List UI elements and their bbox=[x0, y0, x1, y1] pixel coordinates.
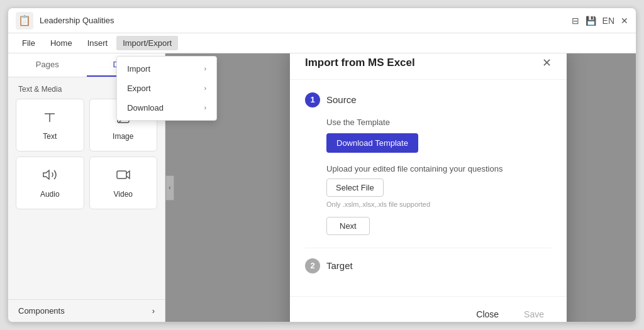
modal-body: 1 Source Use the Template Download Templ… bbox=[290, 80, 567, 296]
section1-content: Use the Template Download Template Uploa… bbox=[305, 118, 552, 235]
canvas-area: ‹ ↖ Import from MS Excel ✕ 1 Source bbox=[165, 53, 636, 322]
save-button: Save bbox=[516, 305, 552, 322]
window-min-button[interactable]: ⊟ bbox=[572, 16, 579, 26]
dropdown-download[interactable]: Download › bbox=[117, 98, 216, 118]
video-icon bbox=[116, 167, 131, 186]
image-label: Image bbox=[113, 132, 133, 141]
modal-header: Import from MS Excel ✕ bbox=[290, 53, 567, 80]
download-arrow-icon: › bbox=[204, 104, 206, 111]
text-label: Text bbox=[43, 132, 57, 141]
text-icon bbox=[42, 109, 57, 128]
section1-label: Source bbox=[326, 94, 357, 105]
export-arrow-icon: › bbox=[204, 85, 206, 92]
use-template-label: Use the Template bbox=[326, 118, 552, 127]
tab-pages[interactable]: Pages bbox=[8, 53, 87, 77]
app-window: 📋 Leadership Qualities ⊟ 💾 EN ✕ File Hom… bbox=[8, 8, 636, 322]
download-template-button[interactable]: Download Template bbox=[326, 133, 418, 153]
audio-label: Audio bbox=[40, 190, 60, 199]
menu-home[interactable]: Home bbox=[44, 36, 79, 50]
next-button[interactable]: Next bbox=[326, 217, 370, 235]
app-title: Leadership Qualities bbox=[40, 16, 572, 25]
modal-footer: Close Save bbox=[290, 296, 567, 322]
upload-label: Upload your edited file containing your … bbox=[326, 164, 552, 173]
import-excel-modal: Import from MS Excel ✕ 1 Source Use the … bbox=[290, 53, 567, 322]
title-bar: 📋 Leadership Qualities ⊟ 💾 EN ✕ bbox=[8, 8, 636, 33]
close-button[interactable]: Close bbox=[469, 305, 506, 322]
sidebar-item-text[interactable]: Text bbox=[16, 99, 84, 151]
sidebar-item-audio[interactable]: Audio bbox=[16, 157, 84, 209]
modal-close-button[interactable]: ✕ bbox=[542, 57, 552, 69]
sidebar-item-video[interactable]: Video bbox=[89, 157, 158, 209]
components-item[interactable]: Components › bbox=[8, 299, 165, 322]
section1-header: 1 Source bbox=[305, 92, 552, 107]
section2-header: 2 Target bbox=[305, 258, 552, 273]
modal-title: Import from MS Excel bbox=[305, 57, 415, 69]
language-selector[interactable]: EN bbox=[602, 16, 614, 26]
dropdown-import[interactable]: Import › bbox=[117, 59, 216, 79]
svg-marker-4 bbox=[43, 170, 49, 179]
window-save-button[interactable]: 💾 bbox=[586, 16, 596, 26]
svg-rect-5 bbox=[117, 171, 126, 179]
select-file-button[interactable]: Select File bbox=[326, 179, 384, 197]
section2-label: Target bbox=[326, 260, 353, 271]
section2-number: 2 bbox=[305, 258, 320, 273]
import-arrow-icon: › bbox=[204, 65, 206, 72]
import-export-dropdown: Import › Export › Download › bbox=[116, 56, 217, 121]
menu-file[interactable]: File bbox=[16, 36, 42, 50]
main-area: Pages Design Text & Media Text bbox=[8, 53, 636, 322]
components-arrow-icon: › bbox=[152, 306, 155, 316]
menu-bar: File Home Insert Import/Export Import › … bbox=[8, 33, 636, 53]
file-note: Only .xslm,.xlsx,.xls file supported bbox=[326, 201, 552, 208]
section-divider bbox=[305, 248, 552, 248]
components-label: Components bbox=[18, 306, 65, 316]
menu-import-export[interactable]: Import/Export Import › Export › Download… bbox=[116, 36, 178, 50]
section1-number: 1 bbox=[305, 92, 320, 107]
dropdown-export[interactable]: Export › bbox=[117, 79, 216, 98]
window-controls: ⊟ 💾 EN ✕ bbox=[572, 16, 628, 26]
audio-icon bbox=[42, 167, 57, 186]
menu-insert[interactable]: Insert bbox=[81, 36, 114, 50]
video-label: Video bbox=[114, 190, 133, 199]
window-close-button[interactable]: ✕ bbox=[621, 16, 628, 26]
app-icon: 📋 bbox=[16, 12, 33, 30]
